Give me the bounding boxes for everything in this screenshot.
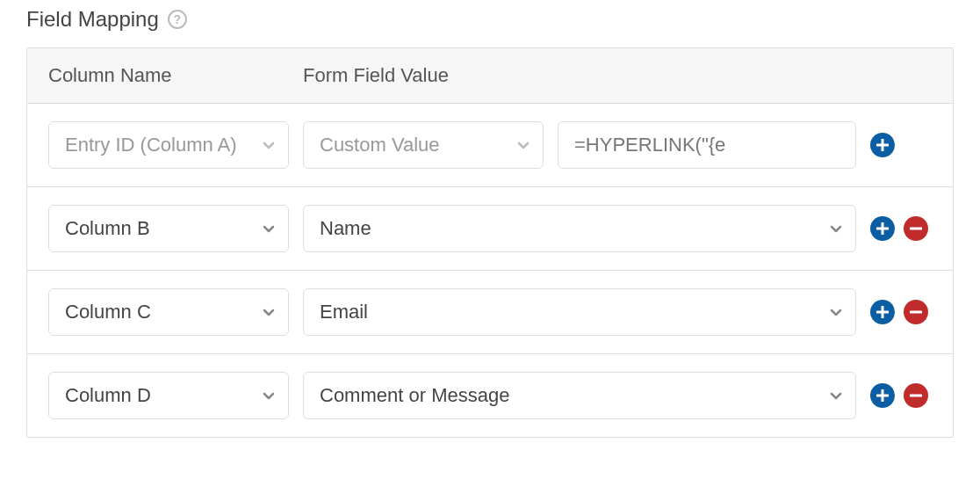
remove-row-button[interactable] <box>904 383 928 408</box>
section-header: Field Mapping ? <box>26 7 954 32</box>
chevron-down-icon <box>829 389 843 403</box>
add-row-button[interactable] <box>870 133 895 157</box>
chevron-down-icon <box>829 222 843 236</box>
custom-value-input[interactable] <box>558 121 856 169</box>
mapping-row: Entry ID (Column A) Custom Value <box>27 104 953 187</box>
column-select-label: Column B <box>65 217 150 240</box>
column-select-label: Column D <box>65 384 151 407</box>
chevron-down-icon <box>516 138 530 152</box>
column-select[interactable]: Column C <box>48 288 289 336</box>
plus-icon <box>876 139 889 151</box>
table-header-row: Column Name Form Field Value <box>27 48 953 104</box>
field-select-label: Custom Value <box>320 134 440 156</box>
row-actions <box>870 383 932 408</box>
chevron-down-icon <box>829 305 843 319</box>
field-select-label: Name <box>320 217 371 240</box>
header-form-field-value: Form Field Value <box>303 64 932 87</box>
add-row-button[interactable] <box>870 300 895 324</box>
column-select[interactable]: Column D <box>48 372 289 419</box>
mapping-row: Column B Name <box>27 187 953 271</box>
field-mapping-table: Column Name Form Field Value Entry ID (C… <box>26 47 954 438</box>
field-select: Custom Value <box>303 121 544 169</box>
minus-icon <box>910 306 922 318</box>
mapping-row: Column D Comment or Message <box>27 354 953 437</box>
column-select-label: Entry ID (Column A) <box>65 134 237 156</box>
field-select[interactable]: Comment or Message <box>303 372 856 419</box>
section-title: Field Mapping <box>26 7 159 32</box>
row-actions <box>870 300 932 324</box>
field-select[interactable]: Name <box>303 205 856 252</box>
column-select: Entry ID (Column A) <box>48 121 289 169</box>
minus-icon <box>910 389 922 402</box>
field-select-label: Email <box>320 301 368 323</box>
field-select[interactable]: Email <box>303 288 856 336</box>
row-actions <box>870 216 932 241</box>
field-select-label: Comment or Message <box>320 384 509 407</box>
plus-icon <box>876 222 889 235</box>
mapping-row: Column C Email <box>27 271 953 354</box>
chevron-down-icon <box>262 138 276 152</box>
column-select-label: Column C <box>65 301 151 323</box>
row-actions <box>870 133 932 157</box>
chevron-down-icon <box>262 305 276 319</box>
chevron-down-icon <box>262 222 276 236</box>
add-row-button[interactable] <box>870 383 895 408</box>
header-column-name: Column Name <box>48 64 303 87</box>
add-row-button[interactable] <box>870 216 895 241</box>
minus-icon <box>910 222 922 235</box>
plus-icon <box>876 389 889 402</box>
remove-row-button[interactable] <box>904 216 928 241</box>
help-icon[interactable]: ? <box>168 10 187 29</box>
chevron-down-icon <box>262 389 276 403</box>
remove-row-button[interactable] <box>904 300 928 324</box>
plus-icon <box>876 306 889 318</box>
column-select[interactable]: Column B <box>48 205 289 252</box>
